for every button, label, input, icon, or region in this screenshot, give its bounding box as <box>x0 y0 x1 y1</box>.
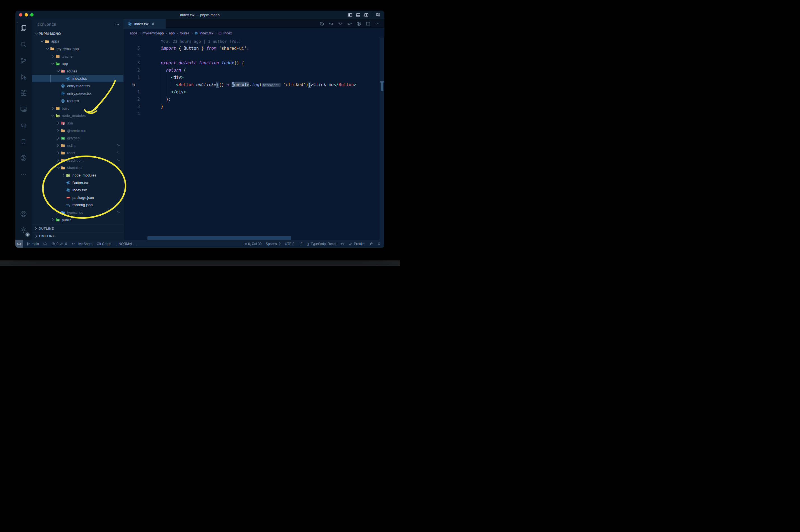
history-icon[interactable] <box>320 21 324 26</box>
tree-item-eslint[interactable]: eslint <box>32 142 123 149</box>
tree-item--bin[interactable]: 0110.bin <box>32 119 123 127</box>
breadcrumb-item-app[interactable]: app <box>169 31 175 35</box>
svg-text:JS: JS <box>68 175 70 176</box>
activity-accounts[interactable] <box>17 206 30 222</box>
layout-panel-icon[interactable] <box>356 13 361 17</box>
activity-explorer[interactable] <box>17 20 30 36</box>
title-bar[interactable]: index.tsx — pnpm-mono <box>15 11 384 19</box>
activity-nx-console[interactable]: N <box>17 117 30 134</box>
scrollbar-thumb[interactable] <box>381 82 383 91</box>
breadcrumb-item-routes[interactable]: routes <box>179 31 189 35</box>
remote-indicator[interactable]: >< <box>15 240 23 248</box>
status-git-branch[interactable]: main <box>26 242 39 246</box>
status-prettier[interactable]: Prettier <box>348 242 365 246</box>
tree-item-apps[interactable]: apps <box>32 38 123 45</box>
activity-settings[interactable]: 1 <box>17 222 30 238</box>
tree-item-index-tsx[interactable]: index.tsx <box>32 75 123 82</box>
tree-item-package-json[interactable]: npmpackage.json <box>32 194 123 202</box>
live-share-icon <box>71 242 75 246</box>
status-problems[interactable]: 00 <box>51 242 67 246</box>
tree-item-react[interactable]: react <box>32 149 123 157</box>
change-next-icon[interactable] <box>347 21 352 26</box>
tree-item--remix-run[interactable]: @remix-run <box>32 127 123 135</box>
status-notifications[interactable] <box>377 242 381 246</box>
tree-item-routes[interactable]: routes <box>32 68 123 75</box>
code-token: } <box>308 82 311 87</box>
tree-item-entry-server-tsx[interactable]: entry.server.tsx <box>32 90 123 97</box>
tree-item-root-tsx[interactable]: root.tsx <box>32 97 123 104</box>
change-icon[interactable] <box>338 21 343 26</box>
change-prev-icon[interactable] <box>329 21 334 26</box>
activity-more[interactable] <box>17 166 30 183</box>
timeline-section[interactable]: TIMELINE <box>32 232 123 240</box>
code-line[interactable]: 1 <div> <box>123 74 384 81</box>
activity-git-graph[interactable] <box>17 150 30 166</box>
activity-search[interactable] <box>17 36 30 53</box>
breadcrumb-item-my-remix-app[interactable]: my-remix-app <box>142 31 164 35</box>
activity-run-debug[interactable] <box>17 69 30 85</box>
vertical-scrollbar[interactable] <box>380 37 384 240</box>
status-encoding[interactable]: UTF-8 <box>285 242 294 246</box>
code-line[interactable]: 5import { Button } from 'shared-ui'; <box>123 45 384 52</box>
breadcrumb-item-apps[interactable]: apps <box>130 31 137 35</box>
tree-item-my-remix-app[interactable]: my-remix-app <box>32 45 123 53</box>
tree-item-node-modules[interactable]: JSnode_modules <box>32 171 123 179</box>
code-line[interactable]: 2 ); <box>123 96 384 103</box>
code-line[interactable]: 2 return ( <box>123 66 384 74</box>
status-copilot[interactable] <box>340 242 344 246</box>
code-line[interactable]: 6 <Button onClick={() ⇒ console.log(mess… <box>123 81 384 89</box>
activity-remote-explorer[interactable] <box>17 101 30 117</box>
layout-sidebar-left-icon[interactable] <box>348 13 353 17</box>
code-text: } <box>161 103 163 110</box>
tree-item-tsconfig-json[interactable]: TStsconfig.json <box>32 202 123 209</box>
code-line[interactable]: 3} <box>123 103 384 110</box>
status-indentation[interactable]: Spaces: 2 <box>266 242 281 246</box>
breadcrumb-separator: › <box>164 31 169 35</box>
tree-item-entry-client-tsx[interactable]: entry.client.tsx <box>32 82 123 90</box>
status-vim-mode[interactable]: -- NORMAL -- <box>116 242 136 246</box>
code-line[interactable]: 1 </div> <box>123 89 384 96</box>
views-and-more-actions-icon[interactable] <box>115 22 119 27</box>
code-line[interactable]: 4 <box>123 52 384 59</box>
tree-item-build[interactable]: build <box>32 104 123 112</box>
chevron-right-icon <box>61 173 66 177</box>
close-tab-icon[interactable]: × <box>151 21 155 26</box>
code-line[interactable]: 4 <box>123 110 384 117</box>
gitlens-graph-icon[interactable] <box>356 21 361 26</box>
tab-index-tsx[interactable]: index.tsx × <box>123 19 166 28</box>
status-eol[interactable]: LF <box>299 242 302 246</box>
tree-item-typescript[interactable]: TStypescript <box>32 209 123 216</box>
ellipsis-icon[interactable] <box>375 21 380 26</box>
tree-item-public[interactable]: public <box>32 216 123 224</box>
code-line[interactable]: 3export default function Index() { <box>123 59 384 66</box>
tree-item-index-tsx[interactable]: index.tsx <box>32 186 123 194</box>
layout-customize-icon[interactable] <box>376 13 380 17</box>
tree-item-button-tsx[interactable]: Button.tsx <box>32 179 123 187</box>
code-editor[interactable]: You, 23 hours ago | 1 author (You) 5impo… <box>123 37 384 240</box>
tree-item--cache[interactable]: .cache <box>32 53 123 60</box>
status-live-share[interactable]: Live Share <box>71 242 92 246</box>
code-token: < <box>176 82 178 87</box>
horizontal-scrollbar-thumb[interactable] <box>147 236 291 240</box>
code-token: = <box>214 82 216 87</box>
tree-item-pnpm-mono[interactable]: PNPM-MONO <box>32 30 123 38</box>
status-publish[interactable] <box>43 242 47 246</box>
status-git-graph[interactable]: Git Graph <box>97 242 111 246</box>
activity-bookmarks[interactable] <box>17 134 30 150</box>
layout-sidebar-right-icon[interactable] <box>364 13 369 17</box>
outline-section[interactable]: OUTLINE <box>32 225 123 232</box>
tree-item-label: react <box>67 151 75 155</box>
status-language-mode[interactable]: {}TypeScript React <box>307 242 336 246</box>
tree-item-react-dom[interactable]: react-dom <box>32 157 123 164</box>
status-feedback[interactable] <box>369 242 373 246</box>
status-cursor-position[interactable]: Ln 6, Col 30 <box>243 242 262 246</box>
tree-item-shared-ui[interactable]: shared-ui <box>32 164 123 172</box>
breadcrumb-item-index-tsx[interactable]: index.tsx <box>194 31 213 35</box>
activity-source-control[interactable] <box>17 53 30 69</box>
breadcrumb-item-index[interactable]: Index <box>218 31 232 35</box>
split-editor-icon[interactable] <box>366 21 370 26</box>
activity-extensions[interactable] <box>17 85 30 101</box>
tree-item-node-modules[interactable]: JSnode_modules <box>32 112 123 120</box>
tree-item--types[interactable]: TS@types <box>32 134 123 142</box>
tree-item-app[interactable]: app <box>32 60 123 68</box>
